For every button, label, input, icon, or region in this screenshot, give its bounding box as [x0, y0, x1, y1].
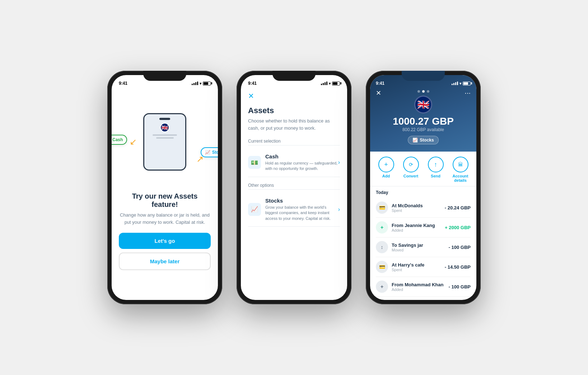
- phone2-wifi-icon: ▾: [329, 82, 331, 85]
- transaction-name: From Jeannie Kang: [392, 223, 445, 228]
- transaction-name: From Mohammad Khan: [392, 282, 449, 287]
- stocks-option-title: Stocks: [265, 198, 338, 204]
- phone3-header: 9:41 ▾: [370, 75, 476, 152]
- phone1-screen: 9:41 ▾ 🇬🇧: [112, 75, 218, 300]
- phone1-status-icons: ▾: [192, 82, 211, 85]
- lets-go-button[interactable]: Let's go: [119, 233, 211, 249]
- stocks-option-desc: Grow your balance with the world's bigge…: [265, 205, 338, 221]
- transaction-icon: +: [376, 281, 388, 293]
- phone2-battery-fill: [333, 82, 337, 85]
- assets-title: Assets: [248, 106, 340, 115]
- signal-bar-3: [455, 82, 456, 85]
- phone2-screen: 9:41 ▾ ✕ Assets C: [241, 75, 347, 300]
- transaction-row[interactable]: ↕ To Savings jar Moved - 100 GBP: [376, 237, 471, 257]
- transaction-sub: Spent: [392, 268, 445, 272]
- transaction-name: To Savings jar: [392, 242, 449, 248]
- stocks-label: Stocks: [212, 150, 218, 155]
- phone1-signal: [192, 82, 198, 85]
- mini-line-1: [153, 134, 177, 136]
- send-action-button[interactable]: ↑ Send: [428, 157, 444, 182]
- phone1-title: Try our new Assets feature!: [119, 192, 211, 209]
- transaction-sub: Added: [392, 228, 445, 232]
- more-options-button[interactable]: ···: [465, 89, 471, 97]
- account-details-button[interactable]: 🏛 Account details: [453, 157, 468, 182]
- phone3-status-icons: ▾: [452, 82, 471, 85]
- convert-action-button[interactable]: ⟳ Convert: [403, 157, 419, 182]
- cash-option-icon: 💵: [248, 156, 261, 169]
- add-circle-icon: +: [378, 157, 394, 172]
- cash-option-chevron: ›: [338, 159, 340, 166]
- signal-bar-2: [193, 83, 195, 85]
- transaction-amount: - 14.50 GBP: [445, 264, 471, 270]
- assets-subtitle: Choose whether to hold this balance as c…: [248, 117, 340, 131]
- mini-flag: 🇬🇧: [160, 123, 169, 132]
- stocks-pill[interactable]: 📈 Stocks: [408, 136, 438, 144]
- transaction-row[interactable]: + From Mohammad Khan Added - 100 GBP: [376, 277, 471, 297]
- phone2-notch: [272, 71, 316, 81]
- transaction-name: At McDonalds: [392, 203, 445, 208]
- assets-close-button[interactable]: ✕: [248, 92, 254, 100]
- phone2-battery-icon: [332, 82, 340, 85]
- stocks-option-icon: 📈: [248, 203, 261, 216]
- stocks-option-chevron: ›: [338, 206, 340, 213]
- account-amount: 1000.27 GBP: [376, 116, 471, 127]
- phone1-battery-icon: [203, 82, 211, 85]
- transaction-text: At McDonalds Spent: [392, 203, 445, 213]
- stocks-option-card[interactable]: 📈 Stocks Grow your balance with the worl…: [248, 193, 340, 227]
- phone1-battery-fill: [204, 82, 208, 85]
- cash-option-text: Cash Hold as regular currency — safeguar…: [265, 153, 338, 172]
- phone1-wifi-icon: ▾: [200, 82, 201, 85]
- stocks-pill-icon: 📈: [412, 138, 418, 143]
- phone2-time: 9:41: [248, 81, 257, 86]
- transactions-date-label: Today: [376, 190, 471, 195]
- signal-bar-3: [195, 82, 196, 85]
- signal-bar-4: [197, 82, 198, 85]
- signal-bar-2: [453, 83, 454, 85]
- phone-1: 9:41 ▾ 🇬🇧: [107, 71, 222, 304]
- transaction-row[interactable]: + From Jeannie Kang Added + 2000 GBP: [376, 218, 471, 237]
- transaction-text: At Harry's cafe Spent: [392, 262, 445, 272]
- signal-bar-2: [323, 83, 324, 85]
- mini-line-2: [156, 137, 174, 139]
- signal-bar-1: [452, 84, 453, 85]
- signal-bar-3: [325, 82, 326, 85]
- transaction-icon: ↕: [376, 241, 388, 253]
- transaction-row[interactable]: 💳 At McDonalds Spent - 20.24 GBP: [376, 198, 471, 218]
- other-options-label: Other options: [248, 183, 340, 190]
- phone1-illustration: 🇬🇧 💵 Cash 📈 Stocks ↙ ↗: [112, 92, 218, 192]
- transaction-icon: 💳: [376, 261, 388, 273]
- transaction-text: From Mohammad Khan Added: [392, 282, 449, 292]
- transaction-sub: Added: [392, 287, 449, 292]
- phone3-signal: [452, 82, 458, 85]
- cash-option-title: Cash: [265, 153, 338, 159]
- phone1-time: 9:41: [119, 81, 127, 86]
- transaction-text: To Savings jar Moved: [392, 242, 449, 252]
- mini-notch: [159, 118, 170, 120]
- signal-bar-4: [326, 82, 327, 85]
- cash-option-desc: Hold as regular currency — safeguarded, …: [265, 161, 338, 172]
- stocks-pill-label: Stocks: [420, 138, 434, 143]
- phone2-status-icons: ▾: [321, 82, 340, 85]
- stocks-icon: 📈: [205, 150, 210, 155]
- add-action-button[interactable]: + Add: [378, 157, 394, 182]
- phone3-battery-fill: [463, 82, 468, 85]
- transaction-amount: - 100 GBP: [449, 284, 471, 290]
- maybe-later-button[interactable]: Maybe later: [119, 253, 211, 270]
- current-selection-label: Current selection: [248, 139, 340, 145]
- convert-action-label: Convert: [403, 174, 419, 178]
- phone-2: 9:41 ▾ ✕ Assets C: [237, 71, 351, 304]
- phone1-subtitle: Change how any balance or jar is held, a…: [119, 212, 211, 226]
- cash-option-card[interactable]: 💵 Cash Hold as regular currency — safegu…: [248, 148, 340, 177]
- account-available: 800.22 GBP available: [376, 127, 471, 132]
- transaction-sub: Moved: [392, 248, 449, 252]
- convert-circle-icon: ⟳: [403, 157, 419, 172]
- phone-mini-illustration: 🇬🇧: [143, 113, 186, 171]
- transaction-row[interactable]: 💳 At Harry's cafe Spent - 14.50 GBP: [376, 257, 471, 277]
- transaction-amount: - 20.24 GBP: [445, 205, 471, 210]
- phone2-content: ✕ Assets Choose whether to hold this bal…: [241, 88, 347, 300]
- account-close-button[interactable]: ✕: [376, 89, 381, 97]
- add-action-label: Add: [382, 174, 390, 178]
- signal-bar-1: [321, 84, 322, 85]
- cash-label: Cash: [112, 137, 123, 142]
- phones-container: 9:41 ▾ 🇬🇧: [107, 71, 481, 304]
